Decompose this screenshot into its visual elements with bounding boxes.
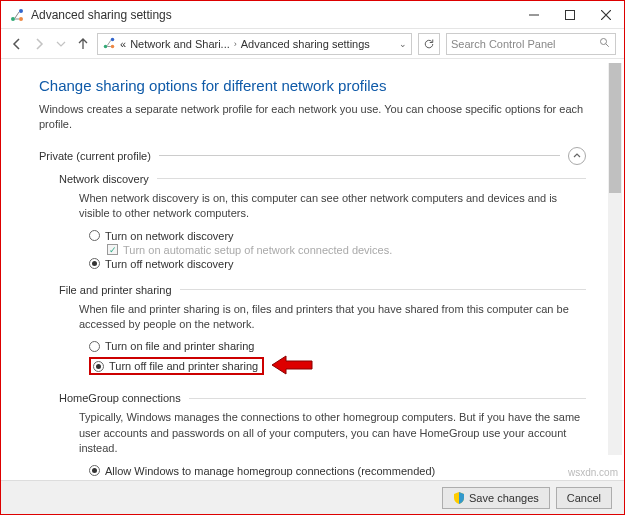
breadcrumb[interactable]: « Network and Shari... › Advanced sharin…	[97, 33, 412, 55]
network-icon	[102, 36, 116, 52]
radio-icon	[89, 465, 100, 476]
svg-point-4	[104, 44, 108, 48]
divider	[189, 398, 586, 399]
radio-icon	[89, 230, 100, 241]
content-area: Change sharing options for different net…	[1, 59, 624, 480]
network-discovery-header: Network discovery	[59, 173, 586, 185]
checkbox-label: Turn on automatic setup of network conne…	[123, 244, 392, 256]
navigation-bar: « Network and Shari... › Advanced sharin…	[1, 29, 624, 59]
svg-point-5	[111, 37, 115, 41]
svg-point-0	[11, 17, 15, 21]
footer-bar: Save changes Cancel	[1, 480, 624, 514]
forward-button[interactable]	[31, 36, 47, 52]
title-bar: Advanced sharing settings	[1, 1, 624, 29]
network-discovery-description: When network discovery is on, this compu…	[79, 191, 586, 222]
search-icon	[599, 37, 611, 51]
shield-icon	[453, 492, 465, 504]
radio-network-discovery-on[interactable]: Turn on network discovery	[89, 230, 586, 242]
button-label: Save changes	[469, 492, 539, 504]
breadcrumb-prefix: «	[120, 38, 126, 50]
cancel-button[interactable]: Cancel	[556, 487, 612, 509]
page-title: Change sharing options for different net…	[39, 77, 586, 94]
search-placeholder: Search Control Panel	[451, 38, 556, 50]
highlight-box: Turn off file and printer sharing	[89, 357, 264, 375]
file-sharing-header: File and printer sharing	[59, 284, 586, 296]
maximize-button[interactable]	[552, 1, 588, 29]
breadcrumb-item[interactable]: Network and Shari...	[130, 38, 230, 50]
svg-point-7	[601, 38, 607, 44]
radio-network-discovery-off[interactable]: Turn off network discovery	[89, 258, 586, 270]
radio-icon	[93, 361, 104, 372]
radio-label: Turn on network discovery	[105, 230, 234, 242]
vertical-scrollbar[interactable]	[608, 63, 622, 455]
radio-file-sharing-off[interactable]: Turn off file and printer sharing	[93, 360, 258, 372]
back-button[interactable]	[9, 36, 25, 52]
window-title: Advanced sharing settings	[31, 8, 516, 22]
radio-homegroup-allow[interactable]: Allow Windows to manage homegroup connec…	[89, 465, 586, 477]
radio-icon	[89, 341, 100, 352]
radio-file-sharing-on[interactable]: Turn on file and printer sharing	[89, 340, 586, 352]
homegroup-description: Typically, Windows manages the connectio…	[79, 410, 586, 456]
subsection-label: HomeGroup connections	[59, 392, 181, 404]
collapse-button[interactable]	[568, 147, 586, 165]
callout-arrow-icon	[272, 354, 314, 378]
search-input[interactable]: Search Control Panel	[446, 33, 616, 55]
svg-rect-3	[566, 10, 575, 19]
svg-point-1	[19, 9, 23, 13]
radio-label: Turn off network discovery	[105, 258, 233, 270]
watermark: wsxdn.com	[568, 467, 618, 478]
network-icon	[9, 7, 25, 23]
homegroup-header: HomeGroup connections	[59, 392, 586, 404]
chevron-right-icon: ›	[234, 39, 237, 49]
profile-label: Private (current profile)	[39, 150, 151, 162]
svg-point-6	[111, 44, 115, 48]
file-sharing-description: When file and printer sharing is on, fil…	[79, 302, 586, 333]
checkbox-auto-setup[interactable]: ✓ Turn on automatic setup of network con…	[107, 244, 586, 256]
divider	[180, 289, 586, 290]
breadcrumb-item[interactable]: Advanced sharing settings	[241, 38, 370, 50]
scrollbar-thumb[interactable]	[609, 63, 621, 193]
recent-dropdown-icon[interactable]	[53, 36, 69, 52]
divider	[159, 155, 560, 156]
subsection-label: File and printer sharing	[59, 284, 172, 296]
minimize-button[interactable]	[516, 1, 552, 29]
chevron-down-icon[interactable]: ⌄	[399, 39, 407, 49]
button-label: Cancel	[567, 492, 601, 504]
profile-section-header: Private (current profile)	[39, 147, 586, 165]
close-button[interactable]	[588, 1, 624, 29]
checkbox-icon: ✓	[107, 244, 118, 255]
save-button[interactable]: Save changes	[442, 487, 550, 509]
radio-label: Allow Windows to manage homegroup connec…	[105, 465, 435, 477]
refresh-button[interactable]	[418, 33, 440, 55]
radio-icon	[89, 258, 100, 269]
radio-label: Turn off file and printer sharing	[109, 360, 258, 372]
svg-marker-8	[272, 356, 312, 374]
radio-label: Turn on file and printer sharing	[105, 340, 254, 352]
subsection-label: Network discovery	[59, 173, 149, 185]
page-description: Windows creates a separate network profi…	[39, 102, 586, 133]
divider	[157, 178, 586, 179]
up-button[interactable]	[75, 36, 91, 52]
svg-point-2	[19, 17, 23, 21]
